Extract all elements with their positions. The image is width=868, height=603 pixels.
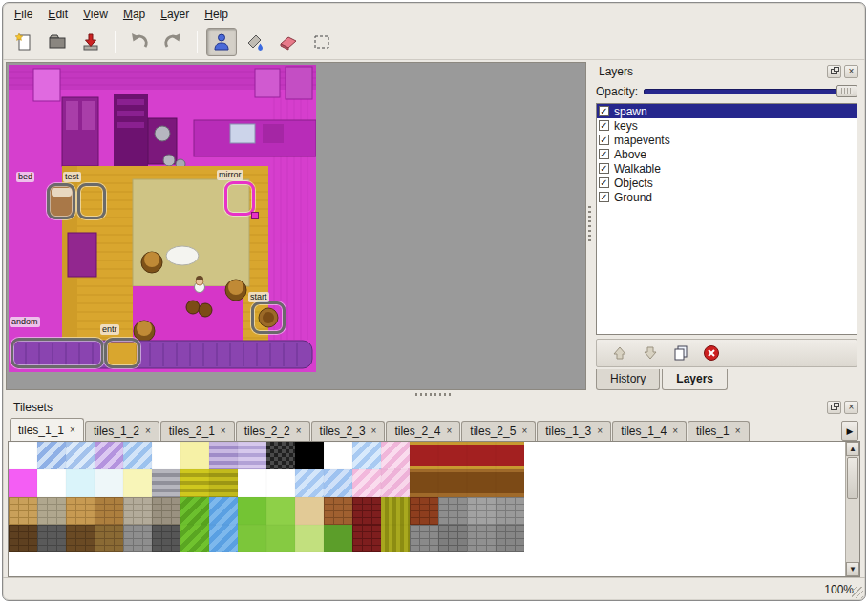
- tab-layers[interactable]: Layers: [662, 369, 728, 390]
- tab-close-icon[interactable]: ×: [371, 426, 377, 436]
- layer-visibility-checkbox[interactable]: [599, 149, 609, 159]
- tileset-tab-tiles_1_4[interactable]: tiles_1_4×: [612, 421, 687, 441]
- tile-2-11[interactable]: [324, 497, 352, 525]
- tab-close-icon[interactable]: ×: [597, 426, 603, 436]
- layer-row-mapevents[interactable]: mapevents: [597, 133, 857, 147]
- close-panel-icon[interactable]: ×: [844, 401, 858, 414]
- tile-2-3[interactable]: [95, 497, 123, 525]
- tab-close-icon[interactable]: ×: [521, 426, 527, 436]
- tile-2-2[interactable]: [66, 497, 95, 525]
- tileset-tab-tiles_1_3[interactable]: tiles_1_3×: [537, 421, 611, 441]
- tile-2-8[interactable]: [238, 497, 266, 525]
- tile-2-14[interactable]: [410, 497, 438, 525]
- tile-0-17[interactable]: [496, 442, 524, 469]
- tile-1-16[interactable]: [467, 469, 496, 497]
- tile-3-9[interactable]: [266, 525, 295, 552]
- tile-1-6[interactable]: [180, 469, 209, 497]
- tile-3-13[interactable]: [381, 525, 410, 552]
- vertical-splitter[interactable]: [586, 60, 593, 390]
- tool-eraser-button[interactable]: [273, 28, 304, 56]
- tile-1-17[interactable]: [496, 469, 524, 497]
- tile-2-4[interactable]: [123, 497, 152, 525]
- tile-2-5[interactable]: [152, 497, 180, 525]
- tile-1-0[interactable]: [9, 469, 37, 497]
- tab-close-icon[interactable]: ×: [296, 426, 302, 436]
- tile-0-11[interactable]: [324, 442, 352, 469]
- tile-3-3[interactable]: [95, 525, 123, 552]
- tile-3-1[interactable]: [37, 525, 66, 552]
- tile-1-14[interactable]: [410, 469, 438, 497]
- horizontal-splitter[interactable]: [3, 390, 865, 398]
- tab-scroll-right-icon[interactable]: ▶: [841, 421, 858, 441]
- tileset-tab-tiles_2_3[interactable]: tiles_2_3×: [311, 421, 386, 441]
- tile-1-3[interactable]: [95, 469, 123, 497]
- tile-2-16[interactable]: [467, 497, 496, 525]
- close-panel-icon[interactable]: ×: [844, 65, 858, 78]
- tileset-tab-tiles_1_1[interactable]: tiles_1_1×: [10, 418, 84, 441]
- opacity-slider-handle[interactable]: [836, 85, 857, 97]
- menu-edit[interactable]: Edit: [40, 6, 75, 23]
- tab-close-icon[interactable]: ×: [221, 426, 226, 436]
- layer-row-Walkable[interactable]: Walkable: [597, 161, 857, 176]
- tile-3-10[interactable]: [295, 525, 324, 552]
- tile-1-15[interactable]: [438, 469, 467, 497]
- tile-2-0[interactable]: [9, 497, 37, 525]
- tile-3-0[interactable]: [9, 525, 37, 552]
- scroll-down-icon[interactable]: ▼: [846, 562, 859, 576]
- tool-open-button[interactable]: [42, 28, 73, 56]
- tile-3-8[interactable]: [238, 525, 266, 552]
- tile-0-14[interactable]: [410, 442, 438, 469]
- tile-0-4[interactable]: [123, 442, 152, 469]
- tab-close-icon[interactable]: ×: [672, 426, 678, 436]
- tile-1-4[interactable]: [123, 469, 152, 497]
- tab-history[interactable]: History: [596, 369, 660, 390]
- tile-0-8[interactable]: [238, 442, 266, 469]
- map-object-test[interactable]: [77, 183, 106, 219]
- tileset-tab-tiles_2_2[interactable]: tiles_2_2×: [236, 421, 310, 441]
- layer-row-Above[interactable]: Above: [597, 147, 857, 161]
- float-panel-icon[interactable]: [827, 65, 841, 78]
- scrollbar-track[interactable]: [846, 500, 859, 562]
- layer-row-Objects[interactable]: Objects: [597, 176, 857, 190]
- layer-visibility-checkbox[interactable]: [599, 106, 609, 116]
- tile-0-12[interactable]: [352, 442, 381, 469]
- tile-1-10[interactable]: [295, 469, 324, 497]
- tileset-tab-tiles_2_5[interactable]: tiles_2_5×: [461, 421, 536, 441]
- tile-0-0[interactable]: [9, 442, 37, 469]
- tile-0-10[interactable]: [295, 442, 324, 469]
- tab-close-icon[interactable]: ×: [70, 426, 75, 435]
- map-object-start[interactable]: [251, 302, 286, 334]
- tile-0-15[interactable]: [438, 442, 467, 469]
- tool-new-button[interactable]: [9, 28, 39, 56]
- tile-3-15[interactable]: [438, 525, 467, 552]
- menu-layer[interactable]: Layer: [153, 6, 197, 23]
- tile-1-11[interactable]: [324, 469, 352, 497]
- tile-0-16[interactable]: [467, 442, 496, 469]
- tile-0-7[interactable]: [209, 442, 238, 469]
- tool-redo-button[interactable]: [158, 28, 188, 56]
- tile-1-7[interactable]: [209, 469, 238, 497]
- tile-2-10[interactable]: [295, 497, 324, 525]
- duplicate-layer-button[interactable]: [671, 343, 690, 363]
- delete-layer-button[interactable]: [702, 343, 721, 363]
- layer-visibility-checkbox[interactable]: [599, 120, 609, 131]
- tile-3-6[interactable]: [180, 525, 209, 552]
- tileset-tab-tiles_1[interactable]: tiles_1×: [688, 421, 750, 441]
- tab-close-icon[interactable]: ×: [447, 426, 453, 436]
- tile-1-1[interactable]: [37, 469, 66, 497]
- tile-0-2[interactable]: [66, 442, 95, 469]
- tile-1-9[interactable]: [266, 469, 295, 497]
- tileset-tab-tiles_2_4[interactable]: tiles_2_4×: [386, 421, 460, 441]
- tool-undo-button[interactable]: [124, 28, 155, 56]
- tile-0-5[interactable]: [152, 442, 180, 469]
- tile-2-17[interactable]: [496, 497, 524, 525]
- tile-2-6[interactable]: [180, 497, 209, 525]
- layer-visibility-checkbox[interactable]: [599, 163, 609, 174]
- tile-2-15[interactable]: [438, 497, 467, 525]
- tile-2-12[interactable]: [352, 497, 381, 525]
- map-object-andom[interactable]: [11, 338, 104, 368]
- opacity-slider[interactable]: [644, 84, 857, 98]
- tile-1-5[interactable]: [152, 469, 180, 497]
- tool-select-button[interactable]: [307, 28, 337, 56]
- tile-1-12[interactable]: [352, 469, 381, 497]
